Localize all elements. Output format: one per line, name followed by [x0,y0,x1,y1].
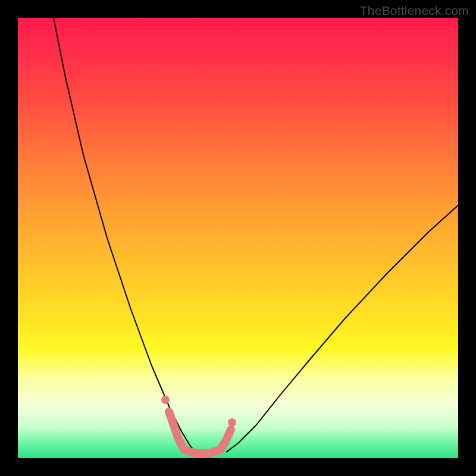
chart-svg [18,18,458,458]
salmon-dot-left [161,396,170,404]
curve-left-branch [54,18,196,452]
salmon-dot-right [228,418,236,427]
plot-area [18,18,458,458]
salmon-bump [169,412,231,453]
curve-right-branch [226,205,458,452]
watermark-text: TheBottleneck.com [360,4,469,18]
